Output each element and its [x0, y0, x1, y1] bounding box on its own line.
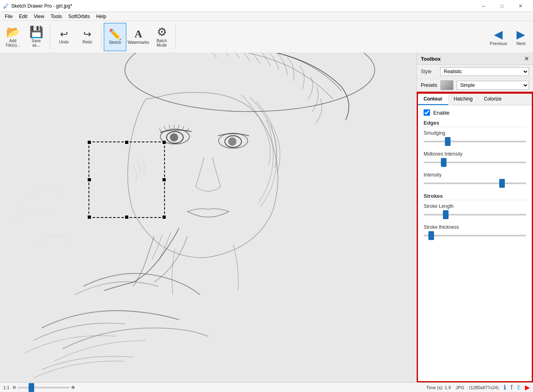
save-as-button[interactable]: 💾 Saveas...	[25, 23, 47, 51]
smudging-slider[interactable]	[424, 141, 526, 142]
sketch-button[interactable]: ✏️ Sketch	[104, 23, 126, 51]
midtones-group: Midtones Intensity	[424, 151, 526, 166]
zoom-minus-icon[interactable]: ⊖	[12, 385, 16, 390]
right-panel: Toolbox ✕ Style Realistic Simple Artisti…	[416, 53, 533, 382]
tabs-header: Contour Hatching Colorize	[418, 94, 532, 105]
menu-bar: File Edit View Tools SoftOrbits Help	[0, 12, 533, 21]
title-bar: 🖊 Sketch Drawer Pro - girl.jpg* ─ □ ✕	[0, 0, 533, 12]
add-files-button[interactable]: 📂 AddFile(s)...	[2, 23, 24, 51]
presets-label: Presets	[421, 82, 437, 88]
stroke-length-track	[424, 211, 526, 219]
intensity-slider[interactable]	[424, 183, 526, 184]
batch-mode-icon: ⚙	[157, 27, 167, 38]
info-icon[interactable]: ℹ	[504, 384, 506, 391]
enable-label: Enable	[433, 110, 449, 116]
previous-button[interactable]: ◀ Previous	[488, 23, 509, 51]
format-label: JPG	[456, 385, 464, 390]
handle-top-left[interactable]	[88, 141, 91, 144]
stroke-thickness-slider[interactable]	[424, 235, 526, 236]
add-files-icon: 📂	[6, 27, 20, 38]
intensity-track	[424, 179, 526, 187]
tab-hatching[interactable]: Hatching	[448, 94, 478, 105]
style-row: Style Realistic Simple Artistic	[417, 65, 533, 79]
midtones-slider[interactable]	[424, 162, 526, 163]
redo-label: Redo	[82, 40, 92, 44]
toolbar: 📂 AddFile(s)... 💾 Saveas... ↩ Undo ↪ Red…	[0, 21, 533, 53]
undo-label: Undo	[59, 40, 69, 44]
facebook-icon[interactable]: f	[511, 384, 512, 391]
handle-bottom-left[interactable]	[88, 215, 91, 219]
zoom-plus-icon[interactable]: ⊕	[71, 385, 75, 390]
redo-button[interactable]: ↪ Redo	[76, 23, 99, 51]
zoom-slider[interactable]	[18, 387, 70, 388]
zoom-level: 1:1	[3, 385, 9, 390]
handle-bottom-middle[interactable]	[125, 215, 128, 219]
strokes-section-heading: Strokes	[424, 193, 526, 200]
handle-middle-left[interactable]	[88, 178, 91, 181]
next-label: Next	[517, 41, 526, 46]
main-area: Toolbox ✕ Style Realistic Simple Artisti…	[0, 53, 533, 382]
close-button[interactable]: ✕	[511, 0, 530, 12]
menu-softorbits[interactable]: SoftOrbits	[65, 13, 93, 20]
undo-icon: ↩	[60, 29, 68, 39]
menu-help[interactable]: Help	[93, 13, 109, 20]
watermarks-button[interactable]: A Watermarks	[127, 23, 150, 51]
zoom-controls: ⊖ ⊕	[12, 385, 75, 390]
handle-middle-right[interactable]	[163, 178, 166, 181]
tab-colorize[interactable]: Colorize	[478, 94, 507, 105]
stroke-thickness-track	[424, 232, 526, 240]
menu-file[interactable]: File	[2, 13, 16, 20]
redo-icon: ↪	[83, 29, 91, 39]
status-bar: 1:1 ⊖ ⊕ Time (s): 1.9 JPG (1280x877x24) …	[0, 382, 533, 392]
toolbar-right: ◀ Previous ▶ Next	[488, 23, 531, 51]
toolbox-header: Toolbox ✕	[417, 53, 533, 65]
previous-label: Previous	[490, 41, 507, 46]
toolbox-close-button[interactable]: ✕	[524, 55, 529, 62]
batch-mode-button[interactable]: ⚙ BatchMode	[150, 23, 173, 51]
toolbar-separator-1	[50, 25, 50, 49]
svg-rect-0	[0, 53, 416, 382]
watermarks-icon: A	[135, 29, 142, 39]
save-icon: 💾	[29, 27, 43, 38]
svg-point-14	[228, 138, 237, 146]
svg-point-4	[170, 133, 178, 142]
minimize-button[interactable]: ─	[474, 0, 493, 12]
menu-view[interactable]: View	[31, 13, 47, 20]
youtube-icon[interactable]: ▶	[525, 384, 530, 391]
handle-top-middle[interactable]	[125, 141, 128, 144]
selection-rectangle[interactable]	[88, 142, 165, 218]
handle-bottom-right[interactable]	[163, 215, 166, 219]
save-as-label: Saveas...	[32, 39, 41, 47]
enable-row: Enable	[424, 109, 526, 116]
tab-contour[interactable]: Contour	[418, 94, 448, 105]
canvas-area[interactable]	[0, 53, 416, 382]
batch-mode-label: BatchMode	[156, 39, 167, 47]
sketch-icon: ✏️	[109, 29, 121, 39]
previous-icon: ◀	[494, 28, 503, 41]
stroke-thickness-label: Stroke thickness	[424, 224, 526, 230]
dimensions-label: (1280x877x24)	[469, 385, 498, 390]
enable-checkbox[interactable]	[424, 109, 430, 116]
twitter-icon[interactable]: 𝕥	[517, 384, 520, 391]
handle-top-right[interactable]	[163, 141, 166, 144]
stroke-length-group: Stroke Length	[424, 203, 526, 219]
next-button[interactable]: ▶ Next	[510, 23, 531, 51]
midtones-label: Midtones Intensity	[424, 151, 526, 157]
menu-tools[interactable]: Tools	[47, 13, 65, 20]
stroke-length-slider[interactable]	[424, 214, 526, 215]
next-icon: ▶	[517, 28, 525, 41]
maximize-button[interactable]: □	[493, 0, 511, 12]
tab-content-contour: Enable Edges Smudging Midtones Intensity	[418, 105, 532, 249]
menu-edit[interactable]: Edit	[16, 13, 31, 20]
style-select[interactable]: Realistic Simple Artistic	[440, 67, 529, 76]
presets-thumbnail	[440, 80, 453, 90]
edges-section-heading: Edges	[424, 120, 526, 127]
undo-button[interactable]: ↩ Undo	[53, 23, 75, 51]
midtones-track	[424, 158, 526, 166]
smudging-track	[424, 138, 526, 146]
toolbox-title: Toolbox	[421, 56, 441, 62]
presets-row: Presets Simple Complex Detailed	[417, 79, 533, 92]
presets-select[interactable]: Simple Complex Detailed	[457, 81, 529, 90]
title-text: Sketch Drawer Pro - girl.jpg*	[11, 3, 474, 9]
style-label: Style	[421, 69, 437, 74]
